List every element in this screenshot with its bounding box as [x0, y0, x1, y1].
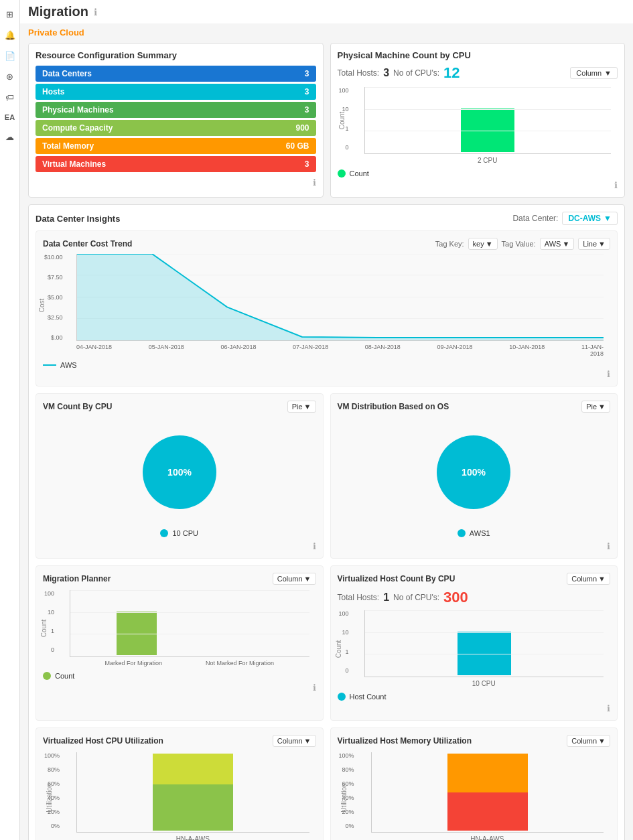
vm-dist-os-title: VM Distribution Based on OS: [338, 402, 449, 411]
total-hosts-value: 3: [383, 67, 389, 79]
resource-value-4: 60 GB: [286, 141, 309, 151]
page-title: Migration: [28, 4, 88, 19]
virt-info-icon: ℹ: [607, 703, 610, 713]
cost-trend-title: Data Center Cost Trend: [43, 239, 132, 249]
mem-util-y-axis: Utilization: [340, 783, 348, 812]
mem-util-x-label: HN-A-AWS: [371, 835, 604, 840]
y-tick-100: 100: [339, 87, 349, 94]
sidebar-icon-grid[interactable]: ⊞: [6, 5, 13, 23]
line-chart-dropdown[interactable]: Line ▼: [578, 238, 610, 250]
sidebar-icon-ea[interactable]: EA: [5, 109, 15, 125]
dc-select-value: DC-AWS: [568, 214, 601, 223]
cost-y-0: $.00: [51, 334, 63, 341]
tag-value-dropdown[interactable]: AWS ▼: [540, 238, 575, 250]
cpu-util-dropdown[interactable]: Column ▼: [273, 735, 316, 747]
x-label-jan8: 08-JAN-2018: [365, 344, 401, 357]
virt-mem-util-panel: Virtualized Host Memory Utilization Colu…: [330, 727, 618, 840]
tag-value-value: AWS: [545, 240, 561, 248]
resource-value-5: 3: [305, 159, 309, 169]
vm-cpu-legend-dot: [160, 529, 168, 537]
mem-util-dropdown[interactable]: Column ▼: [567, 735, 610, 747]
tag-key-value: key: [473, 240, 484, 248]
cpu-util-stacked-bar: [153, 754, 233, 831]
resource-value-2: 3: [305, 105, 309, 115]
info-icon: ℹ: [94, 7, 97, 17]
vm-count-cpu-panel: VM Count By CPU Pie ▼ 100%: [36, 393, 324, 559]
x-label-jan6: 06-JAN-2018: [220, 344, 256, 357]
virt-y-axis: Count: [334, 640, 342, 658]
virt-host-dropdown[interactable]: Column ▼: [567, 573, 610, 585]
vm-distribution-os-panel: VM Distribution Based on OS Pie ▼ 100%: [330, 393, 618, 559]
aws-legend-label: AWS: [60, 361, 77, 369]
vm-dist-chart-type: Pie: [586, 403, 597, 411]
migration-legend-label: Count: [55, 672, 74, 680]
virt-cpu-val: 300: [443, 589, 468, 606]
x-label-jan9: 09-JAN-2018: [437, 344, 473, 357]
x-label-jan5: 05-JAN-2018: [149, 344, 184, 357]
virt-legend-label: Host Count: [350, 693, 386, 701]
resource-label-2: Physical Machines: [42, 105, 114, 115]
migration-x-not-marked: Not Marked For Migration: [206, 660, 274, 667]
resource-label-3: Compute Capacity: [42, 123, 113, 133]
virt-mem-util-title: Virtualized Host Memory Utilization: [338, 736, 472, 746]
resource-label-4: Total Memory: [42, 141, 94, 151]
virt-legend-dot: [338, 693, 346, 701]
cost-y-7: $7.50: [48, 274, 63, 281]
sidebar-icon-doc[interactable]: 📄: [5, 47, 15, 65]
mem-util-chart-type: Column: [571, 737, 597, 745]
migration-planner-dropdown[interactable]: Column ▼: [273, 573, 316, 585]
migration-planner-title: Migration Planner: [43, 574, 111, 583]
sidebar-icon-layers[interactable]: ⊛: [6, 68, 13, 86]
cost-y-2: $2.50: [48, 314, 63, 321]
chart-type-label: Column: [576, 69, 602, 77]
x-label-jan11: 11-JAN-2018: [581, 344, 604, 357]
migration-x-marked: Marked For Migration: [104, 660, 162, 667]
resource-label-0: Data Centers: [42, 69, 92, 78]
line-chart-type: Line: [583, 240, 597, 248]
resource-row-4: Total Memory 60 GB: [36, 138, 316, 154]
cost-trend-panel: Data Center Cost Trend Tag Key: key ▼ Ta…: [36, 230, 618, 387]
resource-row-1: Hosts 3: [36, 84, 316, 100]
virt-cpu-util-title: Virtualized Host CPU Utilization: [43, 736, 163, 746]
tag-key-label: Tag Key:: [435, 240, 464, 248]
y-tick-1: 1: [346, 125, 349, 132]
migration-legend-dot: [43, 672, 51, 680]
cpu-util-x-label: HN-A-AWS: [76, 835, 309, 840]
migration-info-icon: ℹ: [313, 683, 316, 693]
chart-type-dropdown[interactable]: Column ▼: [570, 67, 618, 79]
vm-cpu-legend-label: 10 CPU: [172, 529, 198, 537]
virt-cpu-util-panel: Virtualized Host CPU Utilization Column …: [36, 727, 324, 840]
cost-y-axis-label: Cost: [38, 299, 46, 313]
vm-count-cpu-title: VM Count By CPU: [43, 402, 112, 411]
mem-util-stacked-bar: [447, 754, 528, 831]
resource-value-3: 900: [295, 123, 309, 133]
dc-label: Data Center:: [512, 214, 558, 223]
resource-config-panel: Resource Configuration Summary Data Cent…: [28, 43, 324, 198]
virt-total-hosts-label: Total Hosts:: [338, 593, 380, 602]
resource-value-0: 3: [305, 69, 309, 78]
dropdown-arrow: ▼: [604, 69, 612, 77]
virt-cpu-label: No of CPU's:: [393, 593, 439, 602]
migration-planner-panel: Migration Planner Column ▼ 100 10 1 0 Co…: [36, 565, 324, 721]
vm-count-pie: 100%: [136, 429, 223, 516]
sidebar-icon-bell[interactable]: 🔔: [5, 26, 15, 44]
cpu-count-value: 12: [443, 64, 460, 82]
virt-total-hosts-val: 1: [383, 591, 389, 604]
resource-config-title: Resource Configuration Summary: [36, 50, 316, 60]
cost-trend-chart: [77, 254, 604, 340]
tag-key-dropdown[interactable]: key ▼: [468, 238, 498, 250]
resource-label-5: Virtual Machines: [42, 159, 106, 169]
cost-y-5: $5.00: [48, 294, 63, 301]
sidebar-icon-tag[interactable]: 🏷: [5, 88, 14, 107]
aws-legend-line: [43, 364, 56, 366]
section-label: Private Cloud: [28, 27, 625, 38]
dc-select-dropdown[interactable]: DC-AWS ▼: [562, 212, 618, 225]
resource-info-icon: ℹ: [313, 178, 316, 188]
vm-dist-dropdown[interactable]: Pie ▼: [581, 401, 610, 413]
sidebar-icon-cloud[interactable]: ☁: [5, 128, 14, 146]
vm-count-dropdown[interactable]: Pie ▼: [287, 401, 316, 413]
vm-dist-info-icon: ℹ: [607, 541, 610, 551]
virt-host-cpu-panel: Virtualized Host Count By CPU Column ▼ T…: [330, 565, 618, 721]
virt-x-label: 10 CPU: [364, 680, 604, 687]
vm-count-info-icon: ℹ: [313, 541, 316, 551]
